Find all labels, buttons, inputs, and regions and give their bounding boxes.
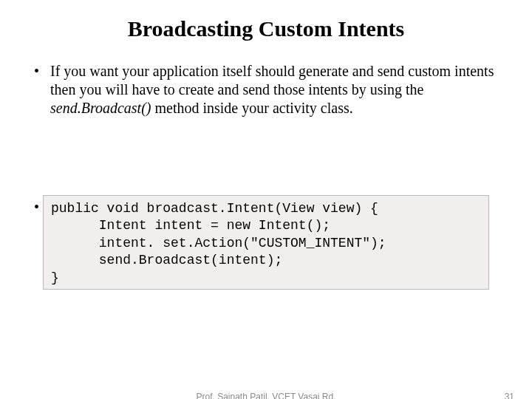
- bullet-1-text-italic: send.Broadcast(): [50, 100, 151, 116]
- page-number: 31: [505, 392, 514, 399]
- code-line-5: }: [51, 270, 59, 285]
- footer-credit: Prof. Sainath Patil, VCET Vasai Rd.: [0, 392, 532, 399]
- body: If you want your application itself shou…: [0, 62, 532, 117]
- page-title: Broadcasting Custom Intents: [0, 16, 532, 41]
- bullet-1-text-pre: If you want your application itself shou…: [50, 63, 494, 98]
- code-line-4: send.Broadcast(intent);: [51, 253, 282, 267]
- code-block: public void broadcast.Intent(View view) …: [43, 195, 489, 290]
- bullet-1-text-post: method inside your activity class.: [151, 100, 352, 116]
- code-line-1: public void broadcast.Intent(View view) …: [51, 201, 378, 216]
- bullet-1: If you want your application itself shou…: [30, 62, 502, 117]
- code-line-3: intent. set.Action("CUSTOM_INTENT");: [51, 236, 386, 250]
- code-line-2: Intent intent = new Intent();: [51, 218, 330, 233]
- slide: Broadcasting Custom Intents If you want …: [0, 16, 532, 399]
